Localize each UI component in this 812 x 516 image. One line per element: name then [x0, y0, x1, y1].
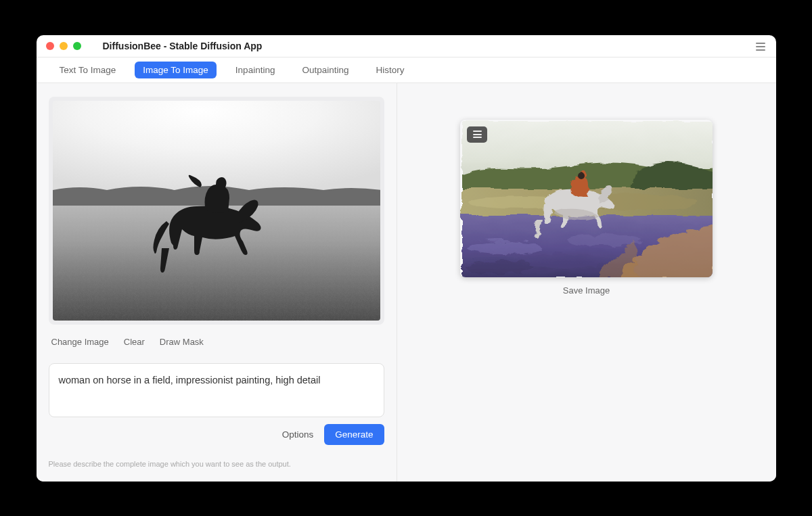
tab-inpainting[interactable]: Inpainting — [227, 62, 284, 78]
hamburger-icon — [756, 43, 765, 44]
svg-point-12 — [576, 170, 583, 177]
left-pane: Change Image Clear Draw Mask Options Gen… — [37, 83, 397, 482]
output-image[interactable] — [460, 120, 713, 277]
svg-point-11 — [565, 233, 639, 243]
window-title: DiffusionBee - Stable Diffusion App — [103, 41, 263, 51]
right-pane: Save Image — [397, 83, 776, 482]
svg-point-8 — [464, 239, 538, 251]
clear-image-button[interactable]: Clear — [124, 337, 145, 347]
output-menu-button[interactable] — [467, 126, 487, 143]
input-image-frame — [49, 97, 384, 325]
tab-outpainting[interactable]: Outpainting — [294, 62, 357, 78]
draw-mask-button[interactable]: Draw Mask — [160, 337, 204, 347]
save-image-button[interactable]: Save Image — [563, 285, 610, 296]
tab-bar: Text To Image Image To Image Inpainting … — [37, 57, 776, 83]
app-window: DiffusionBee - Stable Diffusion App Text… — [37, 35, 776, 482]
prompt-hint: Please describe the complete image which… — [49, 460, 384, 468]
traffic-lights — [46, 42, 81, 50]
tab-history[interactable]: History — [367, 62, 412, 78]
output-image-svg — [460, 120, 713, 277]
input-image-svg — [53, 101, 380, 321]
image-actions-row: Change Image Clear Draw Mask — [49, 325, 384, 351]
tab-text-to-image[interactable]: Text To Image — [51, 62, 125, 78]
minimize-window-button[interactable] — [60, 42, 68, 50]
options-button[interactable]: Options — [282, 429, 314, 440]
app-menu-button[interactable] — [754, 41, 767, 53]
generate-row: Options Generate — [49, 424, 384, 445]
change-image-button[interactable]: Change Image — [51, 337, 109, 347]
content-area: Change Image Clear Draw Mask Options Gen… — [37, 83, 776, 482]
generate-button[interactable]: Generate — [324, 424, 384, 445]
input-image[interactable] — [53, 101, 380, 321]
prompt-input[interactable] — [49, 363, 384, 417]
svg-point-10 — [464, 258, 531, 272]
maximize-window-button[interactable] — [73, 42, 81, 50]
hamburger-icon — [473, 131, 482, 132]
close-window-button[interactable] — [46, 42, 54, 50]
tab-image-to-image[interactable]: Image To Image — [135, 62, 217, 78]
titlebar: DiffusionBee - Stable Diffusion App — [37, 35, 776, 57]
